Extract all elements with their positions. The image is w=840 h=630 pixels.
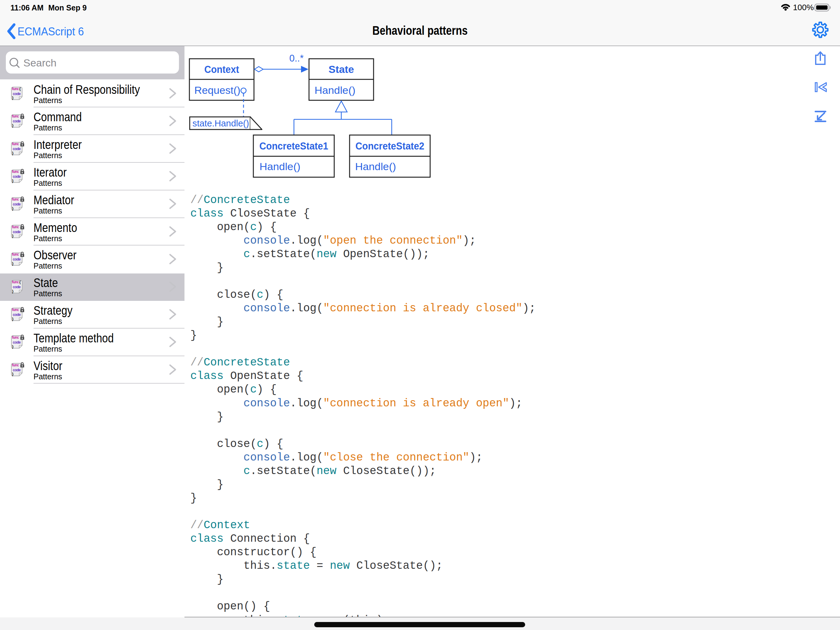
svg-text:Handle(): Handle(): [355, 161, 396, 172]
svg-text:State: State: [329, 63, 354, 75]
svg-text:ConcreteState2: ConcreteState2: [355, 140, 424, 152]
svg-text:Request(): Request(): [194, 84, 240, 96]
svg-text:Handle(): Handle(): [314, 84, 355, 96]
svg-text:0..*: 0..*: [289, 53, 304, 64]
svg-text:Context: Context: [204, 63, 239, 75]
svg-text:Handle(): Handle(): [259, 161, 300, 172]
svg-text:state.Handle(): state.Handle(): [193, 119, 249, 128]
svg-text:ConcreteState1: ConcreteState1: [259, 140, 328, 152]
